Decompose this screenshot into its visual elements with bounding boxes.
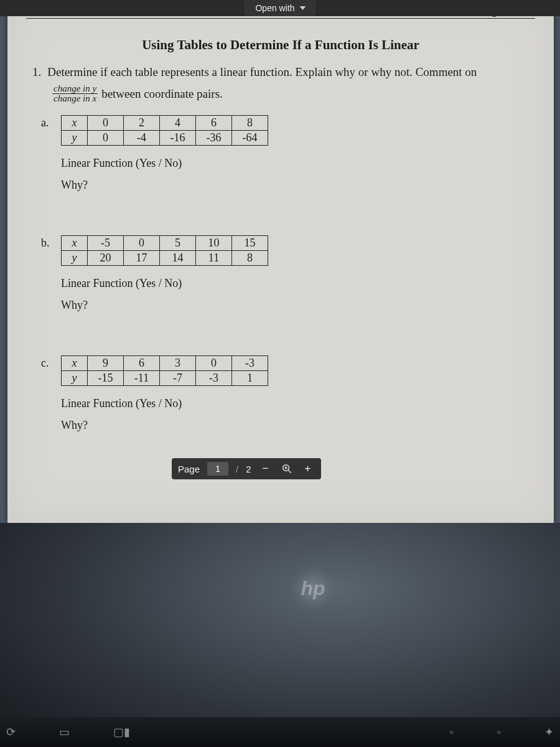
linear-function-prompt: Linear Function (Yes / No) <box>61 277 535 290</box>
page-title: Using Tables to Determine If a Function … <box>26 37 535 53</box>
linear-function-prompt: Linear Function (Yes / No) <box>61 157 535 170</box>
table-row: y -15 -11 -7 -3 1 <box>62 371 268 386</box>
question-text: Determine if each table represents a lin… <box>47 65 477 78</box>
magnifier-icon <box>281 463 292 474</box>
fraction-line: change in y change in x between coordina… <box>52 84 535 105</box>
fraction-numerator: change in y <box>52 84 98 95</box>
why-prompt: Why? <box>61 419 535 432</box>
taskbar[interactable]: ⟳ ▭ ▢▮ ◦ ◦ ✦ <box>0 717 560 747</box>
problem-label: a. <box>41 116 49 129</box>
page-separator: / <box>236 464 238 474</box>
table-b: x -5 0 5 10 15 y 20 17 14 11 8 <box>61 235 268 266</box>
zoom-out-button[interactable]: − <box>259 463 273 475</box>
problems-container: a. x 0 2 4 6 8 y 0 -4 -16 -36 -64 <box>61 115 535 432</box>
table-row: y 0 -4 -16 -36 -64 <box>62 131 268 146</box>
page-word: Page <box>178 464 200 474</box>
page-number-input[interactable] <box>207 462 228 476</box>
zoom-in-button[interactable]: + <box>301 463 315 475</box>
hp-logo: hp <box>291 566 335 610</box>
why-prompt: Why? <box>61 299 535 312</box>
app-icon[interactable]: ▢▮ <box>113 725 130 739</box>
tray-icon[interactable]: ◦ <box>497 726 501 739</box>
refresh-icon[interactable]: ⟳ <box>6 725 16 739</box>
table-c: x 9 6 3 0 -3 y -15 -11 -7 -3 1 <box>61 355 268 386</box>
table-a: x 0 2 4 6 8 y 0 -4 -16 -36 -64 <box>61 115 268 146</box>
why-prompt: Why? <box>61 179 535 192</box>
problem-label: b. <box>41 237 50 250</box>
fraction: change in y change in x <box>52 84 98 105</box>
task-view-icon[interactable]: ▭ <box>59 725 70 739</box>
table-row: x -5 0 5 10 15 <box>62 236 268 251</box>
tray-icon[interactable]: ✦ <box>544 725 554 739</box>
fraction-rest-text: between coordinate pairs. <box>101 87 223 101</box>
tray-icon[interactable]: ◦ <box>449 726 453 739</box>
open-with-label: Open with <box>255 3 294 13</box>
table-row: y 20 17 14 11 8 <box>62 251 268 266</box>
open-with-dropdown[interactable]: Open with <box>244 0 315 16</box>
page-total: 2 <box>246 464 251 474</box>
zoom-reset-button[interactable] <box>280 463 294 474</box>
fraction-denominator: change in x <box>52 94 98 104</box>
linear-function-prompt: Linear Function (Yes / No) <box>61 397 535 410</box>
problem-a: a. x 0 2 4 6 8 y 0 -4 -16 -36 -64 <box>61 115 535 192</box>
problem-b: b. x -5 0 5 10 15 y 20 17 14 11 8 <box>61 235 535 312</box>
svg-line-1 <box>288 470 291 473</box>
desk-background: hp ⟳ ▭ ▢▮ ◦ ◦ ✦ <box>0 523 560 747</box>
question-1: 1.Determine if each table represents a l… <box>32 64 535 80</box>
problem-label: c. <box>41 357 49 370</box>
pdf-page-toolbar: Page / 2 − + <box>172 458 321 479</box>
table-row: x 0 2 4 6 8 <box>62 116 268 131</box>
problem-c: c. x 9 6 3 0 -3 y -15 -11 -7 -3 1 <box>61 355 535 432</box>
table-row: x 9 6 3 0 -3 <box>62 356 268 371</box>
question-number: 1. <box>32 65 41 78</box>
document-page: Name: Date: Page 1 of 2 Using Tables to … <box>7 0 554 523</box>
chevron-down-icon <box>300 6 306 10</box>
